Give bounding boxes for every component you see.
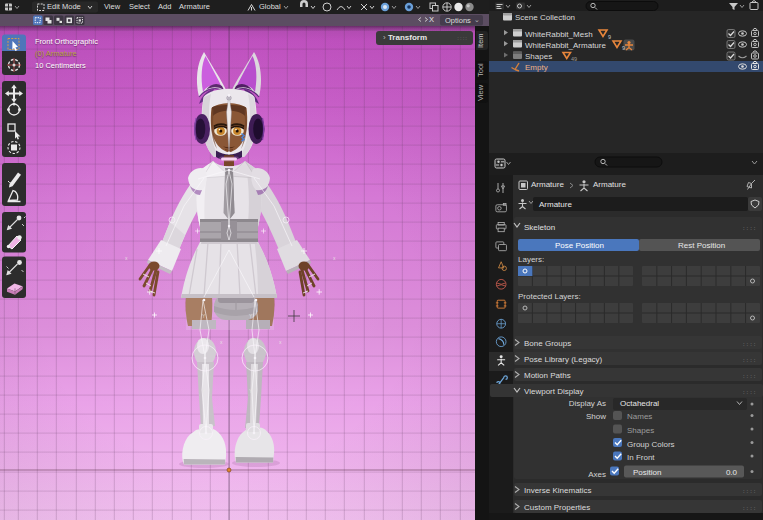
svg-text:Pose Library (Legacy): Pose Library (Legacy) xyxy=(524,355,603,364)
svg-text:Axes: Axes xyxy=(588,470,606,479)
svg-text:::::: :::: xyxy=(742,225,756,232)
svg-text:Inverse Kinematics: Inverse Kinematics xyxy=(524,486,592,495)
svg-text:Viewport Display: Viewport Display xyxy=(524,387,583,396)
svg-text:Display As: Display As xyxy=(569,399,606,408)
svg-text:::::: :::: xyxy=(742,505,756,512)
svg-text:Show: Show xyxy=(586,412,606,421)
svg-text:x: x xyxy=(220,339,223,345)
svg-text:Protected Layers:: Protected Layers: xyxy=(518,292,581,301)
svg-text:Motion Paths: Motion Paths xyxy=(524,371,571,380)
svg-text:::::: :::: xyxy=(742,373,756,380)
svg-text:Octahedral: Octahedral xyxy=(620,399,659,408)
svg-text:0.0: 0.0 xyxy=(726,468,738,477)
svg-text:Pose Position: Pose Position xyxy=(555,241,604,250)
svg-text:Shapes: Shapes xyxy=(627,426,654,435)
svg-text:Bone Groups: Bone Groups xyxy=(524,339,571,348)
svg-text:Skeleton: Skeleton xyxy=(524,223,555,232)
svg-text:::::: :::: xyxy=(742,341,756,348)
svg-text:Position: Position xyxy=(633,468,661,477)
svg-text:::::: :::: xyxy=(742,357,756,364)
svg-text:x: x xyxy=(125,255,128,261)
svg-text:x: x xyxy=(279,339,282,345)
svg-text:In Front: In Front xyxy=(627,453,655,462)
svg-text:Rest Position: Rest Position xyxy=(678,241,725,250)
svg-text:Group Colors: Group Colors xyxy=(627,440,675,449)
svg-text:Names: Names xyxy=(627,412,652,421)
svg-text:::::: :::: xyxy=(742,389,756,396)
svg-text:::::: :::: xyxy=(742,488,756,495)
svg-text:Layers:: Layers: xyxy=(518,255,544,264)
svg-text:Custom Properties: Custom Properties xyxy=(524,503,590,512)
svg-text:x: x xyxy=(333,255,336,261)
